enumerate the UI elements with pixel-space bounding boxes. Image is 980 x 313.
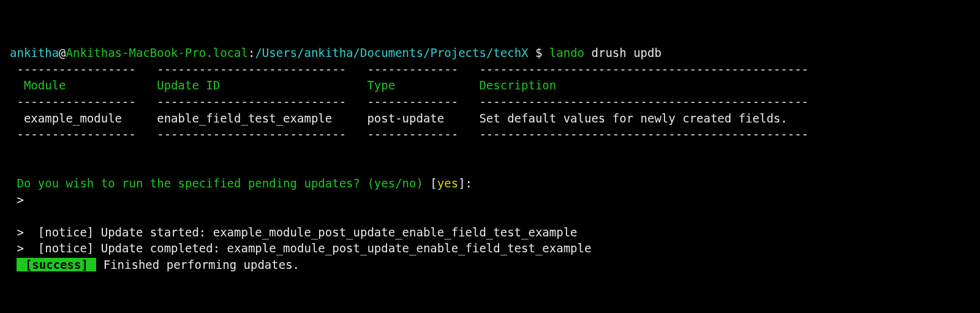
notice-line-2: > [notice] Update completed: example_mod… bbox=[10, 241, 591, 255]
table-border-bottom: ----------------- ----------------------… bbox=[10, 127, 815, 141]
success-message: Finished performing updates. bbox=[96, 258, 300, 271]
prompt-line: ankitha@Ankithas-MacBook-Pro.local:/User… bbox=[10, 46, 662, 59]
prompt-colon: : bbox=[248, 46, 255, 59]
prompt-path: /Users/ankitha/Documents/Projects/techX bbox=[255, 46, 528, 59]
confirm-bracket-open: [ bbox=[430, 176, 437, 190]
table-border-top: ----------------- ----------------------… bbox=[10, 62, 815, 76]
table-header: Module Update ID Type Description bbox=[10, 78, 815, 92]
notice-line-1: > [notice] Update started: example_modul… bbox=[10, 225, 578, 239]
confirm-default: yes bbox=[437, 176, 458, 190]
terminal-output: ankitha@Ankithas-MacBook-Pro.local:/User… bbox=[10, 45, 970, 273]
prompt-dollar: $ bbox=[529, 46, 549, 59]
prompt-at: @ bbox=[59, 46, 66, 59]
prompt-command-args: drush updb bbox=[584, 46, 662, 59]
prompt-command-binary: lando bbox=[549, 46, 584, 59]
confirm-question: Do you wish to run the specified pending… bbox=[10, 176, 430, 190]
prompt-user: ankitha bbox=[10, 46, 59, 59]
confirm-caret[interactable]: > bbox=[10, 193, 31, 206]
table-border-mid: ----------------- ----------------------… bbox=[10, 95, 815, 108]
prompt-host: Ankithas-MacBook-Pro.local bbox=[66, 46, 248, 59]
table-row: example_module enable_field_test_example… bbox=[10, 111, 809, 125]
confirm-line[interactable]: Do you wish to run the specified pending… bbox=[10, 176, 472, 190]
confirm-bracket-close: ]: bbox=[458, 176, 472, 190]
success-badge: [success] bbox=[17, 258, 96, 271]
success-line: [success] Finished performing updates. bbox=[10, 258, 300, 271]
